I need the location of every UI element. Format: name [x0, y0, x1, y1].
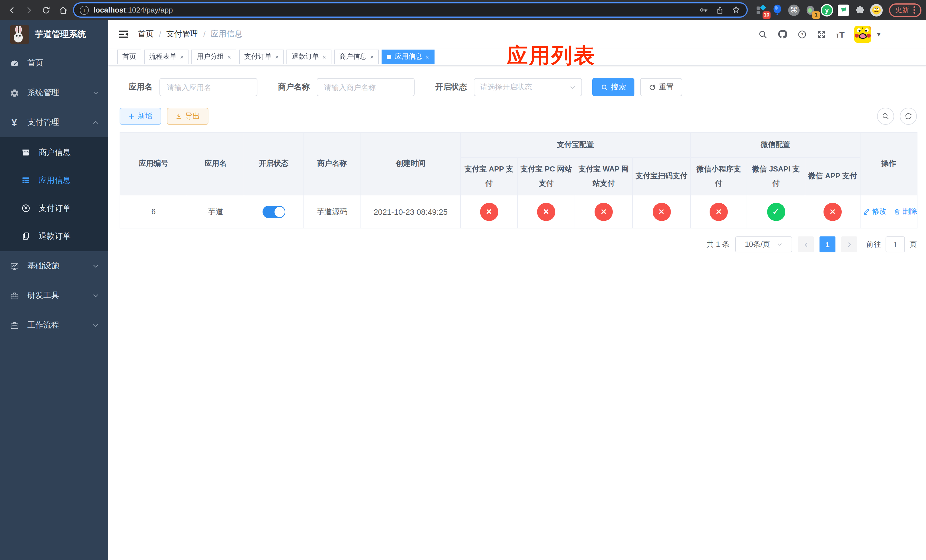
sidebar-collapse-icon[interactable] [117, 28, 130, 41]
command-extension-icon[interactable]: ⌘ [788, 4, 800, 16]
sidebar-item-label: 基础设施 [27, 261, 84, 271]
close-icon[interactable]: × [322, 53, 326, 60]
sidebar-item-label: 工作流程 [27, 320, 84, 330]
sidebar-item-refund-orders[interactable]: 退款订单 [0, 222, 108, 250]
goto-page-input[interactable] [885, 236, 905, 252]
status-select[interactable]: 请选择开启状态 [474, 78, 582, 96]
app-logo-row[interactable]: 芋道管理系统 [0, 20, 108, 48]
fullscreen-icon[interactable] [817, 29, 826, 39]
plus-icon [128, 113, 135, 120]
chevron-down-icon [569, 84, 576, 90]
page-number-1[interactable]: 1 [820, 236, 835, 252]
sidebar-item-dev-tools[interactable]: 研发工具 [0, 281, 108, 310]
header-search-icon[interactable] [758, 29, 768, 39]
table-row: 6 芋道 芋道源码 2021-10-23 08:49:25 × × × × × [120, 195, 917, 228]
close-icon[interactable]: × [275, 53, 279, 60]
address-bar[interactable]: i localhost:1024/pay/app [73, 2, 748, 18]
adblock-extension-icon[interactable]: 10 [755, 4, 767, 16]
close-icon[interactable]: × [425, 53, 429, 60]
row-status-toggle[interactable] [262, 205, 285, 218]
goto-unit: 页 [909, 239, 917, 250]
profile-avatar-icon[interactable] [870, 4, 883, 16]
password-key-icon[interactable] [699, 5, 708, 15]
prev-page-button[interactable] [798, 236, 814, 252]
yuque-extension-icon[interactable]: y [821, 4, 833, 16]
page-topbar: 首页 / 支付管理 / 应用信息 应用列表 ? TT [108, 20, 926, 48]
caret-down-icon: ▼ [876, 31, 882, 37]
sidebar-item-label: 支付管理 [27, 117, 84, 128]
status-wx-mini: × [710, 203, 728, 221]
edit-link[interactable]: 修改 [863, 206, 887, 217]
sidebar-item-system[interactable]: 系统管理 [0, 78, 108, 107]
chat-extension-icon[interactable] [837, 4, 850, 16]
breadcrumb-current: 应用信息 [211, 29, 243, 39]
browser-home-button[interactable] [56, 3, 71, 17]
tab-merchant-info[interactable]: 商户信息× [334, 49, 379, 64]
cell-created: 2021-10-23 08:49:25 [361, 195, 460, 228]
export-button[interactable]: 导出 [167, 107, 209, 125]
chevron-up-icon [92, 119, 99, 126]
balloon-extension-icon[interactable] [771, 4, 784, 16]
sidebar-item-app-info[interactable]: 应用信息 [0, 166, 108, 194]
browser-back-button[interactable] [5, 3, 20, 17]
close-icon[interactable]: × [180, 53, 184, 60]
add-button[interactable]: 新增 [120, 107, 161, 125]
user-avatar [854, 26, 872, 43]
user-avatar-menu[interactable]: ▼ [854, 26, 882, 43]
tab-home[interactable]: 首页 [117, 49, 141, 64]
reset-button[interactable]: 重置 [640, 78, 682, 96]
sidebar-item-label: 研发工具 [27, 291, 84, 301]
briefcase-icon [9, 320, 20, 330]
trash-icon [894, 208, 901, 215]
app-name-input[interactable] [159, 78, 257, 96]
tab-user-group[interactable]: 用户分组× [192, 49, 236, 64]
col-header-wx-app: 微信 APP 支付 [805, 157, 860, 195]
sidebar-item-merchant-info[interactable]: 商户信息 [0, 138, 108, 166]
tab-refund-orders[interactable]: 退款订单× [287, 49, 331, 64]
sidebar-item-home[interactable]: 首页 [0, 48, 108, 78]
github-icon[interactable] [777, 29, 788, 39]
search-button[interactable]: 搜索 [592, 78, 634, 96]
sidebar-item-infrastructure[interactable]: 基础设施 [0, 251, 108, 281]
next-page-button[interactable] [841, 236, 857, 252]
share-icon[interactable] [715, 5, 725, 15]
puzzle-extensions-icon[interactable] [854, 4, 866, 16]
site-info-icon[interactable]: i [80, 5, 89, 15]
adblock-badge: 10 [763, 11, 770, 18]
browser-menu-kebab-icon[interactable] [914, 6, 915, 14]
tab-app-info[interactable]: 应用信息× [381, 49, 434, 64]
sidebar-item-workflow[interactable]: 工作流程 [0, 310, 108, 340]
sidebar-item-payment[interactable]: ¥ 支付管理 [0, 107, 108, 137]
page-content: 应用名 商户名称 开启状态 请选择开启状态 搜索 [108, 65, 926, 252]
browser-update-button[interactable]: 更新 [889, 3, 921, 17]
bookmark-star-icon[interactable] [731, 5, 741, 15]
sidebar-item-label: 支付订单 [39, 203, 99, 213]
recorder-extension-icon[interactable]: 1 [804, 4, 817, 16]
breadcrumb-home[interactable]: 首页 [138, 29, 154, 39]
merchant-name-input[interactable] [317, 78, 415, 96]
col-header-alipay-wap: 支付宝 WAP 网站支付 [575, 157, 632, 195]
breadcrumb-payment[interactable]: 支付管理 [166, 29, 198, 39]
help-question-icon[interactable]: ? [797, 29, 807, 39]
url-text[interactable]: localhost:1024/pay/app [94, 6, 694, 14]
browser-toolbar: i localhost:1024/pay/app 10 ⌘ 1 [0, 0, 926, 20]
breadcrumb: 首页 / 支付管理 / 应用信息 [138, 29, 243, 39]
delete-link[interactable]: 删除 [894, 206, 917, 217]
close-icon[interactable]: × [370, 53, 374, 60]
browser-reload-button[interactable] [39, 3, 53, 17]
page-size-select[interactable]: 10条/页 [735, 236, 792, 252]
font-size-icon[interactable]: TT [836, 30, 845, 38]
col-header-wx-jsapi: 微信 JSAPI 支付 [747, 157, 805, 195]
status-wx-app: × [823, 203, 842, 221]
tab-payment-orders[interactable]: 支付订单× [239, 49, 284, 64]
search-icon [601, 83, 608, 91]
col-header-wx-mini: 微信小程序支付 [690, 157, 747, 195]
breadcrumb-separator: / [203, 30, 206, 39]
refresh-table-button[interactable] [900, 107, 917, 125]
tab-process-form[interactable]: 流程表单× [144, 49, 189, 64]
app-name-label: 应用名 [129, 82, 153, 92]
sidebar-item-payment-orders[interactable]: 支付订单 [0, 194, 108, 222]
close-icon[interactable]: × [227, 53, 231, 60]
browser-forward-button[interactable] [22, 3, 36, 17]
show-search-toggle-button[interactable] [877, 107, 894, 125]
